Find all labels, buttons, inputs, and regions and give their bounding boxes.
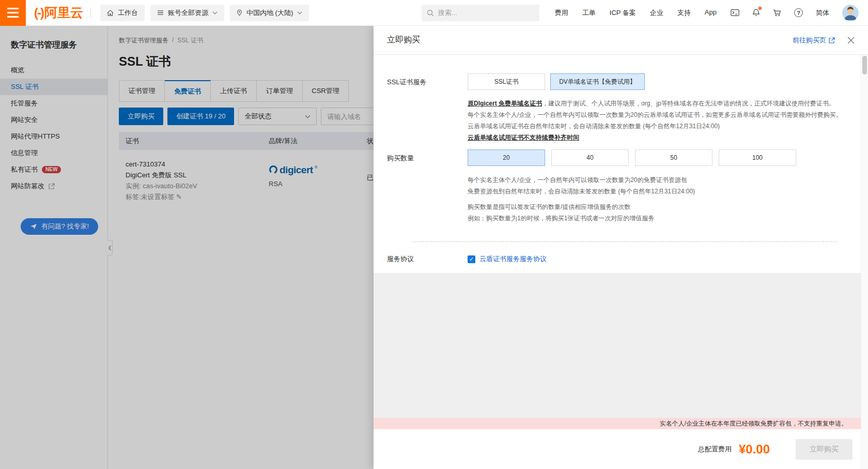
quantity-label: 购买数量 <box>387 149 468 166</box>
chevron-down-icon <box>297 11 302 14</box>
top-navbar: (-) 阿里云 工作台 账号全部资源 中国内地 (大陆) <box>0 0 868 26</box>
navbar-divider <box>90 8 91 18</box>
close-icon[interactable] <box>847 37 855 44</box>
purchase-drawer: 立即购买 前往购买页 SSL证书服务 SSL证书 <box>374 26 868 469</box>
option-ssl-certificate[interactable]: SSL证书 <box>468 73 545 90</box>
question-mark-icon: ? <box>794 8 803 17</box>
scrollbar-thumb[interactable] <box>862 56 867 74</box>
aliyun-logo[interactable]: (-) 阿里云 <box>34 4 83 21</box>
quota-notice-text: 实名个人/企业主体在本年度已经领取免费扩容包，不支持重复申请。 <box>660 419 847 428</box>
icp-filing-link[interactable]: ICP 备案 <box>610 8 636 18</box>
option-dv-free-trial[interactable]: DV单域名证书【免费试用】 <box>550 73 645 90</box>
total-price: ¥0.00 <box>739 442 770 457</box>
service-type-row: SSL证书服务 SSL证书 DV单域名证书【免费试用】 <box>387 73 853 90</box>
quantity-option-50[interactable]: 50 <box>635 149 712 166</box>
cart-button[interactable] <box>773 9 781 17</box>
drawer-body: SSL证书服务 SSL证书 DV单域名证书【免费试用】 原DIgicert 免费… <box>374 55 868 429</box>
total-fee-label: 总配置费用 <box>698 445 732 454</box>
purchase-form: SSL证书服务 SSL证书 DV单域名证书【免费试用】 原DIgicert 免费… <box>374 55 868 273</box>
navbar-links: 费用 工单 ICP 备案 企业 支持 App <box>555 8 717 18</box>
home-icon <box>107 10 114 16</box>
drawer-header: 立即购买 前往购买页 <box>374 26 868 55</box>
workspace: 数字证书管理服务 概览 SSL 证书 托管服务 网站安全 网站代理HTTPS 信… <box>0 26 868 469</box>
help-button[interactable]: ? <box>794 8 803 17</box>
user-avatar[interactable] <box>842 5 859 21</box>
quantity-option-20[interactable]: 20 <box>468 149 545 166</box>
support-link[interactable]: 支持 <box>677 8 691 18</box>
workbench-button[interactable]: 工作台 <box>100 5 145 21</box>
service-note-1: 原DIgicert 免费单域名证书，建议用于测试、个人试用等场景，org、jp等… <box>468 98 853 109</box>
search-input[interactable] <box>438 9 534 17</box>
enterprise-link[interactable]: 企业 <box>650 8 663 18</box>
agreement-checkbox[interactable]: ✓ <box>468 255 475 263</box>
service-note-3: 云盾单域名试用证书在自然年结束时，会自动清除未签发的数量 (每个自然年12月31… <box>468 120 853 132</box>
goto-purchase-page-link[interactable]: 前往购买页 <box>793 36 835 45</box>
quantity-note-1: 每个实名主体个人/企业，一个自然年内可以领取一次数量为20的免费证书资源包 <box>468 174 853 186</box>
drawer-footer: 总配置费用 ¥0.00 立即购买 <box>374 429 868 469</box>
region-dropdown[interactable]: 中国内地 (大陆) <box>230 5 309 21</box>
cart-icon <box>773 9 781 17</box>
hamburger-menu-button[interactable] <box>0 0 26 26</box>
location-pin-icon <box>237 9 242 16</box>
aliyun-logo-text: 阿里云 <box>44 4 83 21</box>
cloudshell-button[interactable] <box>731 9 739 16</box>
drawer-title: 立即购买 <box>387 35 420 46</box>
agreement-row: 服务协议 ✓ 云盾证书服务服务协议 <box>387 254 853 264</box>
quantity-row: 购买数量 20 40 50 100 <box>387 149 853 166</box>
global-search[interactable] <box>422 5 539 21</box>
submit-purchase-button[interactable]: 立即购买 <box>796 439 853 460</box>
service-note-2: 每个实名主体个人/企业，一个自然年内可以领取一次数量为20的云盾单域名试用证书，… <box>468 109 853 120</box>
chevron-down-icon <box>212 11 218 14</box>
notifications-button[interactable] <box>752 9 760 17</box>
section-divider <box>412 241 837 242</box>
service-type-label: SSL证书服务 <box>387 73 468 90</box>
quantity-option-100[interactable]: 100 <box>719 149 796 166</box>
avatar-face-icon <box>842 5 859 21</box>
service-note-4: 云盾单域名试用证书不支持续费补齐时间 <box>468 132 853 143</box>
quantity-note-4: 例如：购买数量为1的时候，将购买1张证书或者一次对应的增值服务 <box>468 213 853 224</box>
navbar-icons: ? 简体 <box>731 5 859 21</box>
language-selector[interactable]: 简体 <box>816 8 829 18</box>
quantity-note-2: 免费资源包到自然年结束时，会自动清除未签发的数量 (每个自然年12月31日24:… <box>468 186 853 197</box>
quantity-option-40[interactable]: 40 <box>551 149 629 166</box>
aliyun-logo-mark-icon: (-) <box>34 6 43 20</box>
agreement-label: 服务协议 <box>387 254 468 264</box>
terminal-icon <box>731 9 739 16</box>
bell-icon <box>752 9 760 17</box>
billing-link[interactable]: 费用 <box>555 8 568 18</box>
app-link[interactable]: App <box>705 8 717 18</box>
quantity-notes: 每个实名主体个人/企业，一个自然年内可以领取一次数量为20的免费证书资源包 免费… <box>468 174 853 224</box>
external-link-icon <box>829 37 835 43</box>
quantity-note-3: 购买数量是指可以签发证书的数量/提供相应增值服务的次数 <box>468 201 853 213</box>
notification-dot <box>758 7 762 10</box>
service-notes: 原DIgicert 免费单域名证书，建议用于测试、个人试用等场景，org、jp等… <box>468 98 853 143</box>
quota-notice-bar: 实名个人/企业主体在本年度已经领取免费扩容包，不支持重复申请。 <box>374 418 861 429</box>
drawer-scrollbar[interactable] <box>861 55 868 469</box>
navbar-right: 费用 工单 ICP 备案 企业 支持 App ? 简体 <box>422 5 868 21</box>
resource-list-icon <box>157 10 164 16</box>
tickets-link[interactable]: 工单 <box>582 8 596 18</box>
agreement-link[interactable]: 云盾证书服务服务协议 <box>479 254 547 264</box>
search-icon <box>427 9 434 17</box>
resources-dropdown[interactable]: 账号全部资源 <box>150 5 224 21</box>
